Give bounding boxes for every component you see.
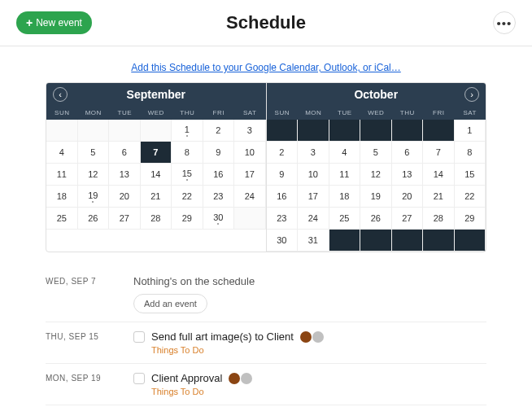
calendar-cell[interactable]: 22 [172, 186, 203, 208]
calendar-cell[interactable]: 21 [423, 186, 455, 208]
calendar-cell[interactable]: 5 [360, 142, 392, 164]
calendar-cell[interactable]: 23 [267, 208, 299, 230]
calendar-cell[interactable]: 4 [46, 142, 78, 164]
calendar-cell[interactable]: 8 [455, 142, 486, 164]
calendar-cell [141, 120, 172, 142]
calendar-cell [109, 120, 141, 142]
calendar-cell[interactable]: 3 [234, 120, 266, 142]
day-of-week: WED [141, 106, 172, 120]
calendar-cell[interactable]: 1 [172, 120, 203, 142]
calendar-cell[interactable]: 26 [360, 208, 392, 230]
calendar-cell[interactable]: 17 [298, 186, 329, 208]
calendar-cell[interactable]: 20 [392, 186, 424, 208]
calendar-cell[interactable]: 1 [455, 120, 486, 142]
calendar-cell [298, 120, 329, 142]
calendar-cell [234, 208, 266, 230]
add-event-button[interactable]: Add an event [133, 294, 207, 313]
prev-month-button[interactable]: ‹ [53, 87, 68, 102]
calendar-cell[interactable]: 12 [360, 164, 392, 186]
calendar-cell [455, 230, 486, 252]
calendar-cell[interactable]: 13 [109, 164, 141, 186]
calendar-cell[interactable]: 15 [455, 164, 486, 186]
subscribe-link[interactable]: Add this Schedule to your Google Calenda… [131, 62, 401, 73]
event-category[interactable]: Things To Do [151, 387, 486, 396]
avatar-group [300, 331, 324, 343]
plus-icon: + [26, 16, 33, 29]
calendar-cell[interactable]: 28 [423, 208, 455, 230]
calendar-cell[interactable]: 25 [46, 208, 78, 230]
calendar-cell[interactable]: 3 [298, 142, 329, 164]
calendar-cell[interactable]: 24 [234, 186, 266, 208]
page-title: Schedule [226, 12, 306, 33]
calendar-cell[interactable]: 11 [46, 164, 78, 186]
calendar-cell[interactable]: 28 [141, 208, 172, 230]
calendar-cell [46, 120, 78, 142]
calendar-cell [392, 230, 424, 252]
event-row: MON, SEP 19Client ApprovalThings To Do [46, 364, 486, 405]
calendar-cell[interactable]: 14 [423, 164, 455, 186]
day-of-week: MON [298, 106, 329, 120]
new-event-button[interactable]: +New event [16, 11, 92, 34]
calendar-cell[interactable]: 16 [267, 186, 299, 208]
calendar-cell[interactable]: 16 [203, 164, 235, 186]
calendar-cell[interactable]: 4 [329, 142, 361, 164]
calendar-cell[interactable]: 31 [298, 230, 329, 252]
calendar-cell[interactable]: 30 [203, 208, 235, 230]
calendar-cell [360, 230, 392, 252]
event-title[interactable]: Send full art image(s) to Client [151, 330, 294, 343]
calendar-cell[interactable]: 10 [234, 142, 266, 164]
calendar-cell[interactable]: 27 [109, 208, 141, 230]
next-month-button[interactable]: › [464, 87, 479, 102]
avatar [229, 373, 240, 384]
calendar-cell[interactable]: 20 [109, 186, 141, 208]
calendar-cell [267, 120, 299, 142]
event-checkbox[interactable] [133, 373, 145, 384]
calendar-cell[interactable]: 9 [203, 142, 235, 164]
day-of-week: FRI [203, 106, 235, 120]
calendar-cell[interactable]: 17 [234, 164, 266, 186]
calendar-cell[interactable]: 23 [203, 186, 235, 208]
calendar-cell[interactable]: 29 [455, 208, 486, 230]
calendar-cell[interactable]: 27 [392, 208, 424, 230]
calendar-cell[interactable]: 12 [78, 164, 110, 186]
calendar-cell [78, 120, 110, 142]
calendar-cell[interactable]: 9 [267, 164, 299, 186]
calendar-cell[interactable]: 19 [360, 186, 392, 208]
calendar-cell[interactable]: 14 [141, 164, 172, 186]
calendar-cell[interactable]: 29 [172, 208, 203, 230]
avatar-group [229, 373, 252, 384]
calendar-cell[interactable]: 6 [392, 142, 424, 164]
calendar-cell[interactable]: 15 [172, 164, 203, 186]
more-menu-button[interactable]: ••• [493, 11, 516, 34]
event-category[interactable]: Things To Do [151, 345, 486, 355]
calendar-cell[interactable]: 18 [46, 186, 78, 208]
calendar-cell[interactable]: 30 [267, 230, 299, 252]
avatar [300, 331, 312, 343]
calendar-cell[interactable]: 11 [329, 164, 361, 186]
new-event-label: New event [36, 17, 82, 28]
calendar-cell[interactable]: 13 [392, 164, 424, 186]
calendar-cell[interactable]: 8 [172, 142, 203, 164]
calendar-cell[interactable]: 7 [423, 142, 455, 164]
calendar-cell[interactable]: 25 [329, 208, 361, 230]
calendar-cell[interactable]: 7 [141, 142, 172, 164]
day-of-week: FRI [423, 106, 455, 120]
calendar-cell[interactable]: 5 [78, 142, 110, 164]
calendar-cell[interactable]: 10 [298, 164, 329, 186]
calendar-cell[interactable]: 6 [109, 142, 141, 164]
day-of-week: THU [392, 106, 424, 120]
empty-message: Nothing's on the schedule [133, 275, 486, 287]
calendar-cell[interactable]: 19 [78, 186, 110, 208]
month-name: October [267, 83, 486, 106]
calendar-cell[interactable]: 22 [455, 186, 486, 208]
calendar-cell[interactable]: 24 [298, 208, 329, 230]
calendar-cell[interactable]: 21 [141, 186, 172, 208]
event-title[interactable]: Client Approval [151, 372, 222, 384]
calendar-cell[interactable]: 2 [203, 120, 235, 142]
event-row: WED, SEP 7Nothing's on the scheduleAdd a… [46, 267, 486, 322]
event-checkbox[interactable] [133, 331, 145, 343]
calendar-cell [392, 120, 424, 142]
calendar-cell[interactable]: 2 [267, 142, 299, 164]
calendar-cell[interactable]: 18 [329, 186, 361, 208]
calendar-cell[interactable]: 26 [78, 208, 110, 230]
